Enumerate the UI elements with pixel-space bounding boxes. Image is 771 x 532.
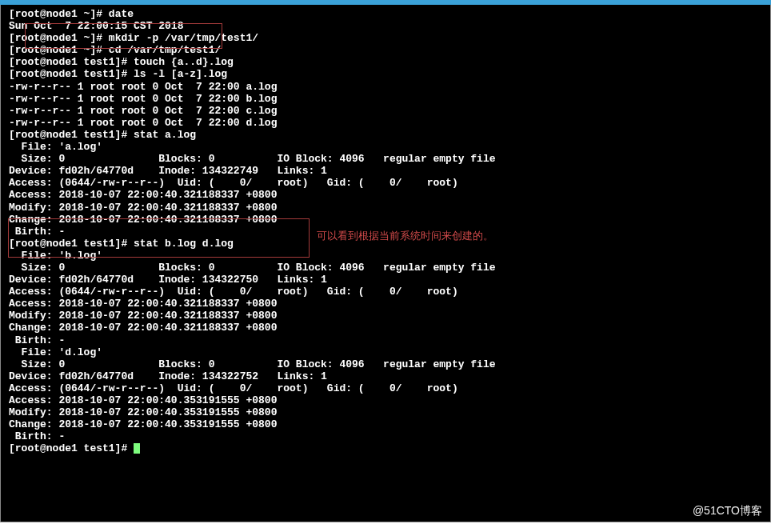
stat-birth: Birth: -: [9, 430, 65, 442]
cmd-cd: cd /var/tmp/test1/: [109, 44, 221, 56]
stat-change: Change: 2018-10-07 22:00:40.321188337 +0…: [9, 214, 277, 226]
ls-row: -rw-r--r-- 1 root root 0 Oct 7 22:00 a.l…: [9, 81, 277, 93]
prompt: [root@node1 ~]#: [9, 32, 109, 44]
stat-birth: Birth: -: [9, 226, 65, 238]
cmd-ls: ls -l [a-z].log: [134, 68, 227, 80]
cmd-mkdir: mkdir -p /var/tmp/test1/: [109, 32, 258, 44]
screenshot-frame: [root@node1 ~]# date Sun Oct 7 22:00:15 …: [0, 0, 771, 532]
prompt: [root@node1 ~]#: [9, 44, 109, 56]
cmd-stat-bd: stat b.log d.log: [134, 238, 234, 250]
stat-change: Change: 2018-10-07 22:00:40.321188337 +0…: [9, 322, 277, 334]
stat-modify: Modify: 2018-10-07 22:00:40.353191555 +0…: [9, 406, 277, 418]
ls-row: -rw-r--r-- 1 root root 0 Oct 7 22:00 c.l…: [9, 105, 277, 117]
stat-modify: Modify: 2018-10-07 22:00:40.321188337 +0…: [9, 202, 277, 214]
stat-file: File: 'd.log': [9, 346, 102, 358]
stat-file: File: 'b.log': [9, 250, 102, 262]
prompt: [root@node1 test1]#: [9, 68, 134, 80]
stat-size: Size: 0 Blocks: 0 IO Block: 4096 regular…: [9, 262, 496, 274]
ls-row: -rw-r--r-- 1 root root 0 Oct 7 22:00 b.l…: [9, 93, 277, 105]
prompt: [root@node1 test1]#: [9, 129, 134, 141]
terminal-cursor[interactable]: [134, 443, 140, 454]
stat-size: Size: 0 Blocks: 0 IO Block: 4096 regular…: [9, 358, 496, 370]
prompt: [root@node1 ~]#: [9, 8, 109, 20]
stat-perm: Access: (0644/-rw-r--r--) Uid: ( 0/ root…: [9, 382, 458, 394]
stat-access: Access: 2018-10-07 22:00:40.321188337 +0…: [9, 298, 277, 310]
stat-size: Size: 0 Blocks: 0 IO Block: 4096 regular…: [9, 153, 496, 165]
stat-access: Access: 2018-10-07 22:00:40.321188337 +0…: [9, 189, 277, 201]
output-date: Sun Oct 7 22:00:15 CST 2018: [9, 20, 183, 32]
prompt: [root@node1 test1]#: [9, 238, 134, 250]
stat-file: File: 'a.log': [9, 141, 102, 153]
ls-row: -rw-r--r-- 1 root root 0 Oct 7 22:00 d.l…: [9, 117, 277, 129]
watermark-label: @51CTO博客: [693, 505, 762, 517]
stat-modify: Modify: 2018-10-07 22:00:40.321188337 +0…: [9, 310, 277, 322]
stat-change: Change: 2018-10-07 22:00:40.353191555 +0…: [9, 418, 277, 430]
cmd-date: date: [109, 8, 134, 20]
stat-perm: Access: (0644/-rw-r--r--) Uid: ( 0/ root…: [9, 286, 458, 298]
stat-device: Device: fd02h/64770d Inode: 134322749 Li…: [9, 165, 327, 177]
stat-access: Access: 2018-10-07 22:00:40.353191555 +0…: [9, 394, 277, 406]
stat-perm: Access: (0644/-rw-r--r--) Uid: ( 0/ root…: [9, 177, 458, 189]
prompt: [root@node1 test1]#: [9, 56, 134, 68]
cmd-stat-a: stat a.log: [134, 129, 196, 141]
stat-device: Device: fd02h/64770d Inode: 134322752 Li…: [9, 370, 327, 382]
prompt: [root@node1 test1]#: [9, 442, 134, 454]
cmd-touch: touch {a..d}.log: [134, 56, 234, 68]
annotation-text: 可以看到根据当前系统时间来创建的。: [317, 230, 493, 242]
stat-device: Device: fd02h/64770d Inode: 134322750 Li…: [9, 274, 327, 286]
stat-birth: Birth: -: [9, 334, 65, 346]
terminal[interactable]: [root@node1 ~]# date Sun Oct 7 22:00:15 …: [0, 5, 771, 522]
